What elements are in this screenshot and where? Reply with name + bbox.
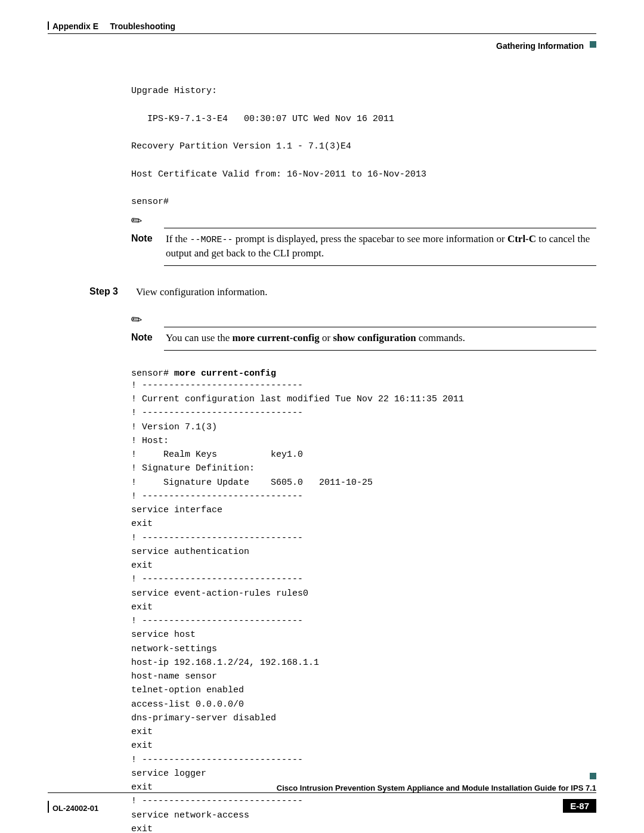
note1-mid: prompt is displayed, press the spacebar … xyxy=(233,233,507,244)
cli-output-1: Upgrade History: IPS-K9-7.1-3-E4 00:30:0… xyxy=(131,84,596,209)
note-block-1: ✎ Note If the --MORE-- prompt is display… xyxy=(131,215,596,266)
footer-rule xyxy=(48,792,596,793)
brand-square-icon xyxy=(590,773,596,779)
book-id: OL-24002-01 xyxy=(48,804,98,813)
note2-b2: show configuration xyxy=(333,332,416,343)
note1-pre: If the xyxy=(166,233,190,244)
note2-post: commands. xyxy=(416,332,465,343)
body-content: Upgrade History: IPS-K9-7.1-3-E4 00:30:0… xyxy=(131,84,596,833)
note-block-2: ✎ Note You can use the more current-conf… xyxy=(131,314,596,351)
footer-row: OL-24002-01 E-87 xyxy=(48,795,596,813)
note-rule-top-2 xyxy=(164,327,596,327)
chapter-title: Troubleshooting xyxy=(110,21,175,31)
note-text-2: You can use the more current-config or s… xyxy=(166,331,465,345)
note-label: Note xyxy=(131,232,154,245)
note-row-1: Note If the --MORE-- prompt is displayed… xyxy=(131,232,596,261)
crop-mark-bottom xyxy=(48,801,49,813)
note2-mid: or xyxy=(320,332,333,343)
header-right: Gathering Information xyxy=(48,38,596,51)
cli-command: more current-config xyxy=(174,368,276,379)
note-row-2: Note You can use the more current-config… xyxy=(131,331,596,345)
brand-square-icon xyxy=(590,41,596,48)
appendix-label: Appendix E xyxy=(52,21,98,31)
page-number: E-87 xyxy=(563,799,596,813)
command-line: sensor# more current-config xyxy=(131,367,596,379)
step-label: Step 3 xyxy=(89,286,119,298)
note-rule-bot-2 xyxy=(164,350,596,351)
footer-right: E-87 xyxy=(563,795,596,813)
cli-prompt: sensor# xyxy=(131,368,174,379)
note-text-1: If the --MORE-- prompt is displayed, pre… xyxy=(166,232,596,261)
pencil-icon: ✎ xyxy=(128,312,145,329)
note-rule-top xyxy=(164,228,596,228)
note1-mono: --MORE-- xyxy=(190,235,233,245)
note1-bold: Ctrl-C xyxy=(507,233,536,244)
note2-pre: You can use the xyxy=(166,332,233,343)
note2-b1: more current-config xyxy=(233,332,320,343)
section-title: Gathering Information xyxy=(496,41,584,51)
guide-title: Cisco Intrusion Prevention System Applia… xyxy=(48,784,596,792)
cli-output-2: ! ------------------------------ ! Curre… xyxy=(131,379,596,833)
step-3-row: Step 3 View configuration information. xyxy=(131,286,596,298)
running-header: Appendix E Troubleshooting xyxy=(48,21,596,31)
pencil-icon: ✎ xyxy=(128,213,145,230)
crop-mark-top xyxy=(48,21,49,30)
page-footer: Cisco Intrusion Prevention System Applia… xyxy=(48,784,596,813)
step-text: View configuration information. xyxy=(136,286,267,298)
header-left: Appendix E Troubleshooting xyxy=(48,21,175,31)
note-label: Note xyxy=(131,331,154,344)
note-rule-bot xyxy=(164,265,596,266)
header-rule xyxy=(48,33,596,34)
page: Appendix E Troubleshooting Gathering Inf… xyxy=(0,0,644,833)
